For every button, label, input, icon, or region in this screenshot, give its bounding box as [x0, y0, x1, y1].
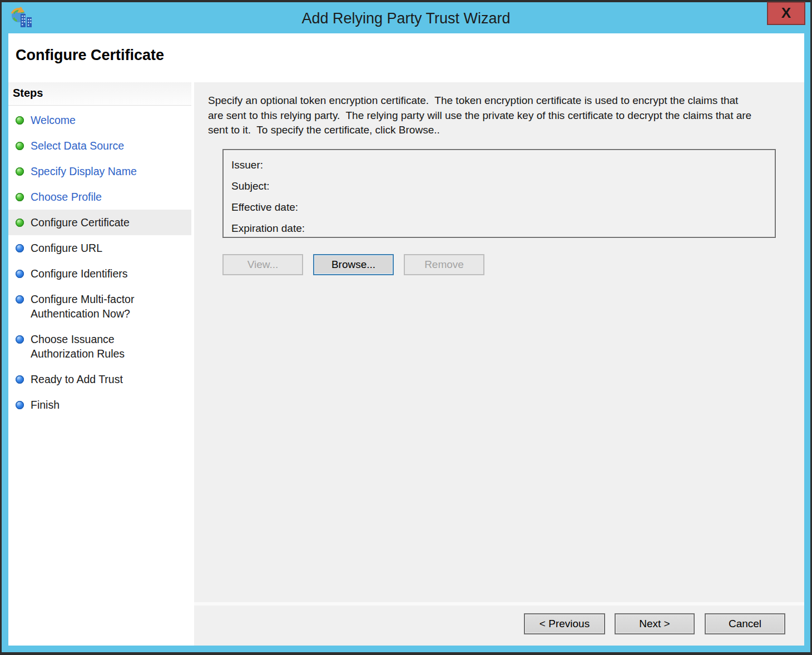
page-title: Configure Certificate	[16, 47, 164, 64]
steps-list: Welcome Select Data Source Specify Displ…	[8, 106, 191, 418]
step-bullet-icon	[16, 401, 24, 409]
step-bullet-icon	[16, 295, 24, 304]
window-title: Add Relying Party Trust Wizard	[2, 2, 810, 33]
steps-heading: Steps	[13, 87, 43, 100]
certificate-field-label: Expiration date:	[231, 222, 305, 235]
certificate-field-row: Effective date:	[224, 197, 775, 218]
step-label: Configure URL	[31, 241, 102, 255]
step-label: Select Data Source	[31, 138, 124, 153]
cancel-button[interactable]: Cancel	[705, 613, 785, 634]
step-bullet-icon	[16, 244, 24, 252]
step-item-configure-identifiers: Configure Identifiers	[8, 261, 191, 286]
step-label: Configure Identifiers	[31, 266, 128, 281]
step-item-choose-profile[interactable]: Choose Profile	[8, 184, 191, 210]
view-button[interactable]: View...	[222, 254, 303, 275]
steps-sidebar: Steps Welcome Select Data Source Specify…	[8, 82, 191, 646]
title-bar: Add Relying Party Trust Wizard X	[2, 2, 810, 33]
certificate-field-label: Subject:	[231, 180, 270, 192]
step-item-configure-url: Configure URL	[8, 235, 191, 261]
certificate-field-label: Effective date:	[231, 201, 298, 214]
step-item-choose-issuance-authorization-rules: Choose Issuance Authorization Rules	[8, 326, 191, 366]
page-header: Configure Certificate	[8, 33, 804, 82]
step-bullet-icon	[16, 142, 24, 150]
step-item-configure-multi-factor-authentication-now: Configure Multi-factor Authentication No…	[8, 286, 191, 326]
certificate-field-row: Expiration date:	[224, 218, 775, 239]
step-bullet-icon	[16, 375, 24, 384]
steps-header: Steps	[8, 82, 191, 106]
step-label: Specify Display Name	[31, 164, 137, 178]
certificate-field-row: Subject:	[224, 176, 775, 197]
step-label: Configure Certificate	[31, 215, 130, 230]
step-bullet-icon	[16, 167, 24, 176]
step-label: Configure Multi-factor Authentication No…	[31, 292, 165, 321]
certificate-info-box: Issuer: Subject: Effective date: Expirat…	[222, 149, 776, 238]
certificate-action-buttons: View... Browse... Remove	[222, 254, 494, 275]
instructions-text: Specify an optional token encryption cer…	[208, 93, 756, 138]
step-item-configure-certificate: Configure Certificate	[8, 210, 191, 235]
step-label: Finish	[31, 398, 60, 412]
close-button[interactable]: X	[767, 2, 805, 25]
step-item-specify-display-name[interactable]: Specify Display Name	[8, 158, 191, 184]
step-label: Welcome	[31, 113, 76, 127]
wizard-body: Configure Certificate Steps Welcome Sele…	[8, 33, 804, 646]
browse-button[interactable]: Browse...	[313, 254, 394, 275]
step-item-welcome[interactable]: Welcome	[8, 107, 191, 133]
step-bullet-icon	[16, 219, 24, 227]
certificate-field-row: Issuer:	[224, 155, 775, 176]
step-bullet-icon	[16, 116, 24, 125]
step-label: Choose Issuance Authorization Rules	[31, 332, 165, 361]
wizard-window: Add Relying Party Trust Wizard X Configu…	[2, 2, 810, 652]
step-item-ready-to-add-trust: Ready to Add Trust	[8, 366, 191, 392]
previous-button[interactable]: < Previous	[524, 613, 605, 634]
remove-button[interactable]: Remove	[404, 254, 484, 275]
step-label: Choose Profile	[31, 190, 102, 204]
certificate-field-label: Issuer:	[231, 159, 263, 171]
step-bullet-icon	[16, 335, 24, 344]
step-item-finish: Finish	[8, 392, 191, 418]
footer-bar: < Previous Next > Cancel	[194, 606, 804, 646]
next-button[interactable]: Next >	[615, 613, 695, 634]
step-bullet-icon	[16, 193, 24, 201]
step-item-select-data-source[interactable]: Select Data Source	[8, 133, 191, 158]
content-panel: Specify an optional token encryption cer…	[194, 82, 804, 602]
step-label: Ready to Add Trust	[31, 372, 123, 386]
step-bullet-icon	[16, 270, 24, 278]
